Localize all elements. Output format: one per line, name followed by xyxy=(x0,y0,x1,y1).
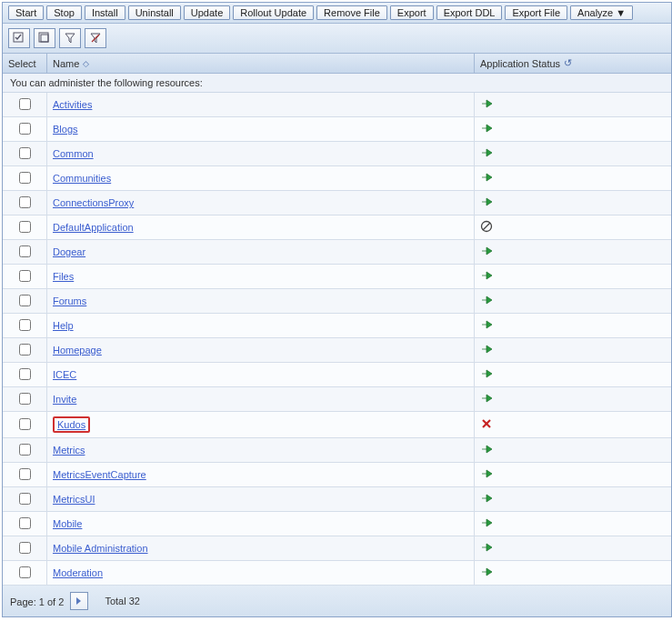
header-status-label: Application Status xyxy=(480,58,560,69)
row-name-cell: Mobile Administration xyxy=(47,536,475,561)
unavailable-status-icon xyxy=(480,220,493,233)
running-status-icon xyxy=(480,392,493,405)
next-page-button[interactable] xyxy=(70,592,88,610)
application-link[interactable]: MetricsEventCapture xyxy=(53,469,146,480)
clear-filter-icon[interactable] xyxy=(85,28,106,48)
application-link[interactable]: Invite xyxy=(53,394,76,405)
action-toolbar: Start Stop Install Uninstall Update Roll… xyxy=(3,3,671,24)
row-checkbox[interactable] xyxy=(19,344,31,356)
table-header: Select Name ◇ Application Status ↺ xyxy=(3,54,671,74)
update-button[interactable]: Update xyxy=(184,5,230,20)
row-checkbox[interactable] xyxy=(19,542,31,554)
row-checkbox[interactable] xyxy=(19,221,31,233)
running-status-icon xyxy=(480,195,493,208)
row-checkbox[interactable] xyxy=(19,98,31,110)
running-status-icon xyxy=(480,492,493,505)
row-checkbox[interactable] xyxy=(19,147,31,159)
deselect-all-icon[interactable] xyxy=(34,28,55,48)
row-checkbox[interactable] xyxy=(19,517,31,529)
application-link[interactable]: Files xyxy=(53,271,74,282)
running-status-icon xyxy=(480,146,493,159)
application-link[interactable]: Metrics xyxy=(53,445,85,456)
row-name-cell: ICEC xyxy=(47,363,475,387)
header-status[interactable]: Application Status ↺ xyxy=(475,54,671,73)
row-status-cell xyxy=(475,215,672,240)
row-checkbox[interactable] xyxy=(19,295,31,306)
row-checkbox[interactable] xyxy=(19,418,31,430)
table-row: Mobile Administration xyxy=(3,536,671,561)
application-link[interactable]: ConnectionsProxy xyxy=(53,197,134,208)
analyze-dropdown[interactable]: Analyze ▼ xyxy=(570,5,633,20)
row-checkbox[interactable] xyxy=(19,196,31,208)
row-status-cell xyxy=(475,412,672,438)
row-select-cell xyxy=(3,166,47,191)
application-link[interactable]: Mobile xyxy=(53,518,82,529)
application-link[interactable]: Homepage xyxy=(53,345,102,356)
uninstall-button[interactable]: Uninstall xyxy=(128,5,181,20)
row-select-cell xyxy=(3,463,47,487)
export-button[interactable]: Export xyxy=(390,5,434,20)
application-link[interactable]: Moderation xyxy=(53,567,103,578)
install-button[interactable]: Install xyxy=(85,5,125,20)
svg-line-5 xyxy=(483,223,490,230)
table-row: Activities xyxy=(3,93,671,117)
row-checkbox[interactable] xyxy=(19,566,31,578)
header-name[interactable]: Name ◇ xyxy=(47,54,475,73)
running-status-icon xyxy=(480,318,493,331)
application-link[interactable]: Activities xyxy=(53,99,92,110)
rollout-update-button[interactable]: Rollout Update xyxy=(233,5,314,20)
row-status-cell xyxy=(475,438,672,463)
application-link[interactable]: Dogear xyxy=(53,246,85,257)
row-name-cell: Moderation xyxy=(47,561,475,586)
application-link[interactable]: Help xyxy=(53,320,74,331)
row-name-cell: Mobile xyxy=(47,512,475,536)
table-row: DefaultApplication xyxy=(3,215,671,240)
row-status-cell xyxy=(475,463,672,487)
application-link[interactable]: DefaultApplication xyxy=(53,222,134,233)
row-status-cell xyxy=(475,117,672,142)
row-checkbox[interactable] xyxy=(19,393,31,405)
export-ddl-button[interactable]: Export DDL xyxy=(436,5,503,20)
application-link[interactable]: Kudos xyxy=(53,416,90,433)
filter-icon[interactable] xyxy=(59,28,81,48)
row-checkbox[interactable] xyxy=(19,319,31,331)
application-link[interactable]: ICEC xyxy=(53,369,76,380)
row-name-cell: MetricsEventCapture xyxy=(47,463,475,487)
application-link[interactable]: Forums xyxy=(53,295,86,306)
row-select-cell xyxy=(3,338,47,363)
row-checkbox[interactable] xyxy=(19,270,31,282)
export-file-button[interactable]: Export File xyxy=(505,5,567,20)
table-row: Help xyxy=(3,314,671,338)
row-checkbox[interactable] xyxy=(19,444,31,456)
stop-button[interactable]: Stop xyxy=(46,5,82,20)
sort-ascending-icon: ◇ xyxy=(83,59,89,68)
application-link[interactable]: MetricsUI xyxy=(53,494,95,505)
row-status-cell xyxy=(475,561,672,586)
remove-file-button[interactable]: Remove File xyxy=(316,5,387,20)
row-checkbox[interactable] xyxy=(19,123,31,135)
row-checkbox[interactable] xyxy=(19,493,31,505)
row-name-cell: Help xyxy=(47,314,475,338)
start-button[interactable]: Start xyxy=(8,5,44,20)
application-link[interactable]: Common xyxy=(53,148,94,159)
row-status-cell xyxy=(475,240,672,265)
row-select-cell xyxy=(3,363,47,387)
application-link[interactable]: Blogs xyxy=(53,124,78,135)
row-checkbox[interactable] xyxy=(19,468,31,480)
row-checkbox[interactable] xyxy=(19,245,31,257)
table-row: Metrics xyxy=(3,438,671,463)
select-all-icon[interactable] xyxy=(8,28,30,48)
running-status-icon xyxy=(480,171,493,184)
row-checkbox[interactable] xyxy=(19,172,31,184)
application-link[interactable]: Mobile Administration xyxy=(53,543,148,554)
row-checkbox[interactable] xyxy=(19,368,31,380)
header-select: Select xyxy=(3,54,47,73)
stopped-status-icon xyxy=(480,417,493,430)
row-select-cell xyxy=(3,117,47,142)
row-name-cell: Kudos xyxy=(47,412,475,438)
row-status-cell xyxy=(475,166,672,191)
table-row: Moderation xyxy=(3,561,671,586)
application-link[interactable]: Communities xyxy=(53,173,111,184)
table-row: Mobile xyxy=(3,512,671,536)
row-status-cell xyxy=(475,536,672,561)
